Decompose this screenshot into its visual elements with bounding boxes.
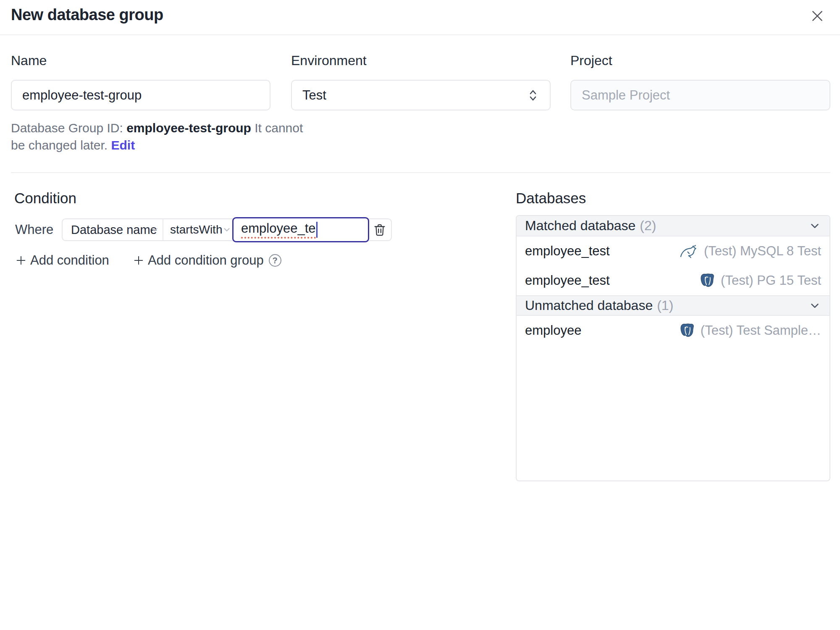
- instance-label: (Test) MySQL 8 Test: [704, 244, 821, 259]
- chevron-down-icon: [222, 225, 231, 234]
- environment-selected-value: Test: [302, 88, 326, 103]
- condition-field-value: Database name: [71, 223, 157, 237]
- environment-label: Environment: [291, 53, 367, 68]
- id-note-prefix: Database Group ID:: [11, 121, 123, 135]
- condition-operator-value: startsWith: [170, 223, 222, 236]
- matched-database-title: Matched database: [525, 218, 635, 234]
- database-group-id-note: Database Group ID: employee-test-group I…: [11, 119, 305, 154]
- unmatched-database-count: (1): [657, 298, 673, 313]
- add-condition-label: Add condition: [30, 253, 109, 268]
- database-name: employee_test: [525, 273, 610, 288]
- chevron-down-icon: [808, 299, 821, 312]
- condition-row: Database name startsWith employee_te: [62, 218, 392, 241]
- unmatched-database-header[interactable]: Unmatched database (1): [517, 295, 830, 316]
- chevron-down-icon: [808, 220, 821, 232]
- close-button[interactable]: [808, 7, 827, 25]
- database-row: employee_test (Test) MySQL 8 Test: [517, 236, 830, 266]
- instance-label: (Test) Test Sample…: [701, 323, 821, 338]
- matched-database-count: (2): [640, 218, 656, 234]
- chevron-down-icon: [150, 225, 159, 234]
- close-icon: [810, 9, 824, 23]
- plus-icon: [15, 255, 27, 266]
- trash-icon: [373, 223, 387, 237]
- where-label: Where: [15, 218, 53, 241]
- matched-database-header[interactable]: Matched database (2): [517, 216, 830, 236]
- add-condition-group-label: Add condition group: [148, 253, 264, 268]
- updown-chevron-icon: [527, 88, 539, 102]
- mysql-icon: [680, 244, 699, 259]
- help-icon: ?: [269, 254, 281, 267]
- text-caret: [316, 222, 318, 238]
- project-value: Sample Project: [582, 88, 670, 103]
- condition-value-input[interactable]: employee_te: [232, 217, 369, 242]
- postgresql-icon: [700, 273, 716, 289]
- database-instance: (Test) Test Sample…: [680, 323, 821, 339]
- database-row: employee_test (Test) PG 15 Test: [517, 266, 830, 295]
- add-condition-button[interactable]: Add condition: [15, 253, 109, 268]
- plus-icon: [133, 255, 144, 266]
- databases-heading: Databases: [516, 190, 586, 207]
- postgresql-icon: [680, 323, 696, 339]
- database-instance: (Test) PG 15 Test: [700, 273, 821, 289]
- new-database-group-dialog: New database group Name Environment Test…: [0, 0, 840, 630]
- add-condition-group-button[interactable]: Add condition group ?: [133, 253, 281, 268]
- project-label: Project: [570, 53, 612, 68]
- page-title: New database group: [11, 6, 163, 24]
- database-row: employee (Test) Test Sample…: [517, 316, 830, 345]
- databases-panel: Matched database (2) employee_test (Test: [516, 215, 830, 481]
- section-divider: [11, 172, 830, 173]
- project-field: Sample Project: [570, 80, 830, 110]
- edit-link[interactable]: Edit: [111, 138, 135, 152]
- instance-label: (Test) PG 15 Test: [721, 273, 821, 288]
- name-input[interactable]: [11, 80, 270, 110]
- database-instance: (Test) MySQL 8 Test: [680, 244, 821, 259]
- delete-condition-button[interactable]: [368, 219, 391, 240]
- unmatched-database-title: Unmatched database: [525, 298, 653, 313]
- id-note-id: employee-test-group: [126, 121, 251, 135]
- condition-heading: Condition: [14, 190, 76, 207]
- dialog-header: New database group: [0, 0, 840, 35]
- condition-value-text: employee_te: [241, 221, 316, 239]
- environment-select[interactable]: Test: [291, 80, 551, 110]
- database-name: employee: [525, 323, 581, 338]
- condition-field-select[interactable]: Database name: [63, 219, 163, 240]
- database-name: employee_test: [525, 244, 610, 259]
- name-label: Name: [11, 53, 47, 68]
- condition-actions: Add condition Add condition group ?: [15, 253, 281, 268]
- condition-operator-select[interactable]: startsWith: [164, 219, 233, 240]
